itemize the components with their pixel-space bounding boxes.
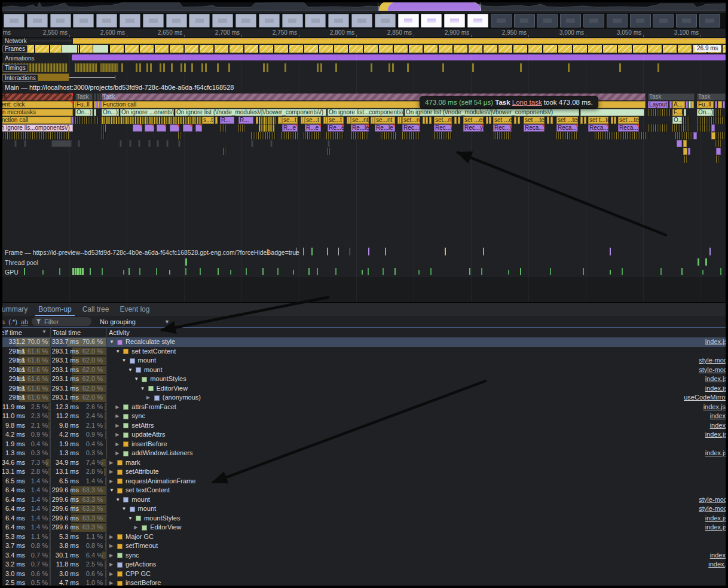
flame-bar[interactable]: Reca...yle xyxy=(524,124,545,132)
flame-bar[interactable] xyxy=(183,124,192,132)
tab-event-log[interactable]: Event log xyxy=(114,303,155,316)
flame-bar[interactable] xyxy=(102,124,106,132)
table-row[interactable]: 11.9 ms2.5 %12.3 ms2.6 %▶attrsFromFaceti… xyxy=(0,403,728,412)
expand-toggle[interactable]: ▼ xyxy=(140,384,145,394)
flame-bar[interactable] xyxy=(684,156,687,163)
table-row[interactable]: 3.7 ms0.8 %3.8 ms0.8 %▶setTimeout xyxy=(0,541,728,551)
flame-bar[interactable] xyxy=(434,132,452,139)
source-link[interactable]: index. xyxy=(710,412,727,421)
flame-bar[interactable]: Reca...yle xyxy=(618,124,639,132)
flame-bar[interactable] xyxy=(715,140,722,147)
flame-bar[interactable] xyxy=(547,117,549,124)
flame-bar[interactable] xyxy=(402,132,420,139)
source-link[interactable]: index. xyxy=(710,551,727,560)
flame-bar[interactable] xyxy=(215,117,218,124)
expand-toggle[interactable]: ▼ xyxy=(122,504,127,514)
flame-bar[interactable] xyxy=(328,148,330,155)
table-row[interactable]: 9.8 ms2.1 %9.8 ms2.1 %▶setAttrsindex. xyxy=(0,421,728,431)
flame-bar[interactable] xyxy=(78,140,80,147)
flame-bar[interactable]: R...e xyxy=(282,124,298,132)
tab-call-tree[interactable]: Call tree xyxy=(77,303,115,316)
flame-bar[interactable] xyxy=(580,109,644,116)
flame-bar[interactable] xyxy=(648,124,669,132)
source-link[interactable]: index.js xyxy=(705,430,727,440)
table-row[interactable]: 291.1 ms61.6 %293.1 ms62.0 %▼mountStyles… xyxy=(0,374,728,384)
flame-bar[interactable]: Rec...le xyxy=(434,124,452,132)
column-header-self-time[interactable]: Self time xyxy=(1,328,43,337)
flame-bar[interactable] xyxy=(351,132,368,139)
table-row[interactable]: 6.4 ms1.4 %299.6 ms63.3 %▶EditorViewinde… xyxy=(0,523,728,532)
flame-bar[interactable] xyxy=(399,117,402,124)
table-row[interactable]: 6.4 ms1.4 %299.6 ms63.3 %▼mountstyle-mod xyxy=(0,504,728,514)
source-link[interactable]: index.js xyxy=(705,337,727,347)
flame-bar[interactable]: se...t xyxy=(305,117,321,124)
expand-toggle[interactable]: ▶ xyxy=(115,412,119,421)
flame-bar[interactable]: F...l xyxy=(672,109,683,116)
track-label-interactions[interactable]: Interactions xyxy=(2,74,38,82)
flame-bar[interactable] xyxy=(426,117,428,124)
table-row[interactable]: 3.4 ms0.7 %30.1 ms6.4 %▶syncindex. xyxy=(0,551,728,560)
flame-bar[interactable] xyxy=(51,140,72,147)
flame-bar[interactable]: set ...ent xyxy=(493,117,512,124)
flame-bar[interactable] xyxy=(675,132,692,139)
flame-bar[interactable]: Rec...le xyxy=(402,124,420,132)
flame-bar[interactable] xyxy=(454,117,457,124)
column-header-total-time[interactable]: Total time xyxy=(53,328,81,337)
flame-bar[interactable]: O... xyxy=(672,117,682,124)
flame-bar[interactable] xyxy=(423,117,425,124)
source-link[interactable]: useCodeMirror xyxy=(684,393,727,403)
track-label-frame[interactable]: Frame — https://id-preview--bd53fd9d-728… xyxy=(5,249,299,256)
column-divider[interactable] xyxy=(106,328,107,337)
flame-bar[interactable]: se...t xyxy=(328,117,344,124)
flame-bar[interactable] xyxy=(220,124,226,132)
flame-bar[interactable]: Run microtasks xyxy=(0,109,73,116)
flame-bar[interactable]: Fu..ll xyxy=(697,101,714,108)
flame-bar[interactable]: On...) xyxy=(102,109,119,116)
flame-bar[interactable] xyxy=(458,117,460,124)
flame-bar[interactable]: R...e xyxy=(305,124,321,132)
flame-bar[interactable]: set ...tent xyxy=(618,117,639,124)
flame-bar[interactable] xyxy=(595,132,649,139)
flame-bar[interactable]: set t...tent xyxy=(588,117,608,124)
expand-toggle[interactable]: ▼ xyxy=(122,356,127,365)
flame-bar[interactable] xyxy=(686,101,688,108)
table-row[interactable]: 6.4 ms1.4 %299.6 ms63.3 %▼mountStylesind… xyxy=(0,514,728,523)
expand-toggle[interactable]: ▼ xyxy=(109,486,114,495)
flame-bar[interactable] xyxy=(157,124,166,132)
source-link[interactable]: index.j xyxy=(708,560,727,569)
flame-bar[interactable]: se...t xyxy=(282,117,298,124)
expand-toggle[interactable]: ▶ xyxy=(109,477,113,486)
source-link[interactable]: index.js xyxy=(705,449,727,458)
flame-bar[interactable] xyxy=(157,140,159,147)
table-row[interactable]: 331.2 ms70.0 %333.7 ms70.6 %▼Recalculate… xyxy=(0,337,728,347)
flame-bar[interactable] xyxy=(683,140,687,147)
flame-bar[interactable] xyxy=(138,140,140,147)
source-link[interactable]: style-mod xyxy=(699,504,727,514)
flame-bar[interactable] xyxy=(14,140,17,147)
expand-toggle[interactable]: ▼ xyxy=(128,365,133,375)
table-row[interactable]: 3.0 ms0.6 %3.0 ms0.6 %▶CPP GC xyxy=(0,569,728,579)
flame-bar[interactable] xyxy=(715,109,722,116)
flame-bar[interactable] xyxy=(129,140,131,147)
track-label-network[interactable]: Network xyxy=(5,38,27,44)
column-header-activity[interactable]: Activity xyxy=(109,328,130,337)
flame-bar[interactable] xyxy=(238,124,244,132)
flame-bar[interactable]: On ignore list (\/node_modules\/|\/bower… xyxy=(175,109,326,116)
flame-bar[interactable] xyxy=(494,132,512,139)
column-divider[interactable] xyxy=(50,328,51,337)
flame-bar[interactable] xyxy=(683,117,690,124)
whole-word-icon[interactable]: ab xyxy=(21,318,28,325)
flame-bar[interactable]: On...) xyxy=(697,109,714,116)
expand-toggle[interactable]: ▼ xyxy=(115,495,120,505)
table-row[interactable]: 291.1 ms61.6 %293.1 ms62.0 %▼mountstyle-… xyxy=(0,365,728,375)
flame-bar[interactable] xyxy=(429,117,432,124)
table-row[interactable]: 1.3 ms0.3 %1.3 ms0.3 %▶addWindowListener… xyxy=(0,449,728,458)
flame-bar[interactable] xyxy=(326,132,344,139)
expand-toggle[interactable]: ▶ xyxy=(109,541,113,551)
expand-toggle[interactable]: ▼ xyxy=(128,514,133,523)
flame-bar[interactable] xyxy=(697,117,726,124)
sort-arrow-icon[interactable]: ▼ xyxy=(42,329,47,334)
flame-bar[interactable] xyxy=(486,117,488,124)
flame-bar[interactable]: Reca...yle xyxy=(556,124,578,132)
flame-bar[interactable] xyxy=(691,101,694,108)
